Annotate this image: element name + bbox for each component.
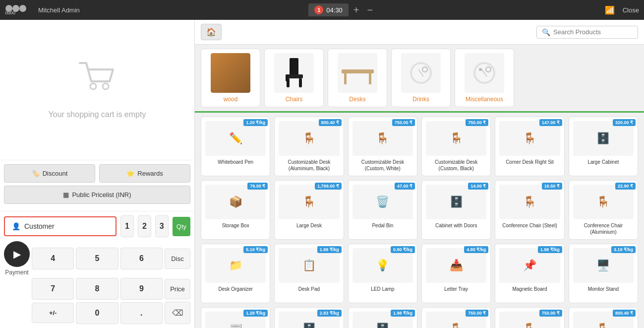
payment-col: ▶ Payment [4,241,30,276]
rewards-button[interactable]: ⭐ Rewards [99,164,190,183]
product-card[interactable]: 2.83 ₹/kg🗄️Small Shelf [274,307,344,328]
price-button[interactable]: Price [165,279,190,299]
product-image: 🪑 [352,121,413,156]
product-name: Customizable Desk (Custom, Black) [426,159,486,172]
backspace-button[interactable]: ⌫ [165,302,190,324]
active-tab[interactable]: 1 04:30 [308,3,349,16]
categories-bar: wood Chairs [195,45,644,113]
product-card[interactable]: 1.20 ₹/kg✏️Whiteboard Pen [201,117,270,176]
rewards-label: Rewards [137,170,163,177]
numpad-area: 👤 Customer 1 2 3 Qty ▶ Payment 4 5 6 Dis… [0,211,194,328]
category-wood-image [211,53,250,93]
product-card[interactable]: 14.00 ₹🗄️Cabinet with Doors [421,180,491,240]
category-misc-image [465,53,504,93]
product-card[interactable]: 800.40 ₹🪑Product C [569,307,638,328]
numpad-plusminus[interactable]: +/- [32,303,74,323]
product-image: 📥 [426,248,486,283]
category-misc[interactable]: Miscellaneous [455,49,514,107]
admin-name: Mitchell Admin [38,6,80,14]
numpad-9[interactable]: 9 [120,278,163,300]
product-card[interactable]: 1.28 ₹/kg📰Newspaper Rack [201,307,270,328]
numpad-dot[interactable]: . [120,302,163,324]
product-card[interactable]: 4.80 ₹/kg📥Letter Tray [421,244,491,303]
disc-button[interactable]: Disc [165,249,190,269]
product-card[interactable]: 47.00 ₹🗑️Pedal Bin [348,180,417,240]
cart-panel: Your shopping cart is empty 🏷️ Discount … [0,20,195,328]
category-chairs-label: Chairs [269,96,319,103]
category-desks-image [338,53,377,93]
category-wood[interactable]: wood [201,49,260,107]
cart-icon [77,61,117,102]
product-card[interactable]: 5.10 ₹/kg📁Desk Organizer [201,244,270,303]
numpad-2[interactable]: 2 [138,215,151,237]
product-card[interactable]: 22.90 ₹🪑Conference Chair (Aluminium) [569,180,638,240]
category-drinks[interactable]: Drinks [391,49,451,107]
numpad-8[interactable]: 8 [76,278,118,300]
product-image: 🗄️ [573,121,634,156]
product-name: Conference Chair (Steel) [499,222,560,229]
numpad-6[interactable]: 6 [120,248,163,269]
category-desks[interactable]: Desks [328,49,387,107]
payment-button[interactable]: ▶ [4,241,30,267]
product-card[interactable]: 1.98 ₹/kg📌Magnetic Board [495,244,564,303]
numpad-4[interactable]: 4 [32,248,74,269]
price-badge: 1.28 ₹/kg [243,310,268,317]
category-chairs[interactable]: Chairs [264,49,324,107]
product-image: 🪑 [499,121,560,156]
pricelist-icon: ▦ [63,191,69,198]
home-button[interactable]: 🏠 [201,24,222,40]
product-card[interactable]: 0.90 ₹/kg💡LED Lamp [348,244,417,303]
search-input[interactable] [553,28,633,36]
product-image: 🖥️ [573,248,634,283]
numpad-7[interactable]: 7 [32,278,74,300]
product-card[interactable]: 750.00 ₹🪑Customizable Desk (Custom, Blac… [421,117,491,176]
search-box[interactable]: 🔍 [536,26,638,39]
products-topbar: 🏠 🔍 [195,20,644,45]
price-badge: 5.10 ₹/kg [243,246,268,253]
main-content: Your shopping cart is empty 🏷️ Discount … [0,20,644,328]
product-name: Letter Tray [426,286,486,292]
product-card[interactable]: 1,799.00 ₹🪑Large Desk [274,180,344,240]
price-badge: 14.00 ₹ [468,183,488,190]
price-badge: 1.98 ₹/kg [538,246,562,253]
tab-timer: 04:30 [326,6,343,14]
customer-button[interactable]: 👤 Customer [4,216,117,236]
product-card[interactable]: 3.19 ₹/kg🖥️Monitor Stand [569,244,638,303]
add-tab-button[interactable]: + [351,4,362,16]
cart-empty-text: Your shopping cart is empty [49,110,146,119]
pricelist-button[interactable]: ▦ Public Pricelist (INR) [4,186,190,204]
product-card[interactable]: 16.50 ₹🪑Conference Chair (Steel) [495,180,564,240]
product-card[interactable]: 750.00 ₹🪑Product A [421,307,491,328]
svg-point-4 [90,83,96,89]
product-image: 🗑️ [352,185,413,219]
customer-icon: 👤 [12,222,20,230]
price-badge: 2.83 ₹/kg [317,310,342,317]
product-card[interactable]: 320.00 ₹🗄️Large Cabinet [569,117,638,176]
qty-button[interactable]: Qty [173,217,190,236]
product-name: Large Desk [279,222,339,229]
product-card[interactable]: 79.00 ₹📦Storage Box [201,180,270,240]
svg-text:odoo: odoo [5,10,15,15]
numpad-5[interactable]: 5 [76,248,118,269]
numpad-3[interactable]: 3 [155,215,169,237]
numpad-0[interactable]: 0 [76,302,118,324]
product-card[interactable]: 147.00 ₹🪑Corner Desk Right Sit [495,117,564,176]
category-misc-label: Miscellaneous [459,96,510,103]
product-image: 🪑 [426,121,486,156]
numpad-1[interactable]: 1 [120,215,134,237]
product-card[interactable]: 1.98 ₹/kg📋Desk Pad [274,244,344,303]
product-card[interactable]: 750.00 ₹🪑Product B [495,307,564,328]
price-badge: 1.98 ₹/kg [391,310,415,317]
svg-rect-12 [344,73,347,84]
svg-rect-6 [290,58,298,75]
product-card[interactable]: 800.40 ₹🪑Customizable Desk (Aluminium, B… [274,117,344,176]
product-card[interactable]: 750.00 ₹🪑Customizable Desk (Custom, Whit… [348,117,417,176]
discount-button[interactable]: 🏷️ Discount [4,164,95,183]
remove-tab-button[interactable]: − [364,4,376,16]
product-card[interactable]: 1.98 ₹/kg🗄️Wall Shelf Unit [348,307,417,328]
product-image: 🪑 [279,185,339,219]
pricelist-label: Public Pricelist (INR) [72,191,131,198]
close-button[interactable]: Close [623,6,639,14]
price-badge: 750.00 ₹ [539,310,562,317]
svg-point-22 [479,68,482,71]
